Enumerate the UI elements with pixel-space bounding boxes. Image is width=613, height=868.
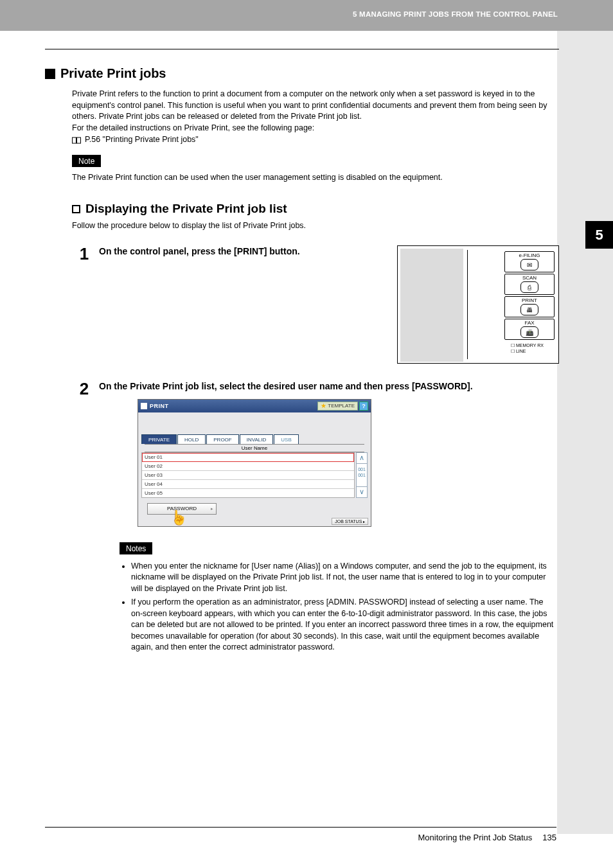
svg-rect-1 xyxy=(77,137,81,143)
star-icon: ★ xyxy=(321,403,326,409)
section-para-2: For the detailed instructions on Private… xyxy=(72,123,559,134)
note-item: When you enter the nickname for [User na… xyxy=(131,561,554,595)
pointing-hand-icon: ☝ xyxy=(170,509,188,526)
right-margin-strip xyxy=(557,31,613,834)
running-header: 5 MANAGING PRINT JOBS FROM THE CONTROL P… xyxy=(353,10,558,18)
rule-bottom xyxy=(45,827,556,828)
rule-top xyxy=(45,49,559,49)
panel-label-print: PRINT xyxy=(505,297,554,303)
svg-rect-0 xyxy=(73,137,76,143)
printer-icon xyxy=(141,403,147,409)
job-status-button[interactable]: JOB STATUS xyxy=(332,518,368,525)
panel-btn-print: PRINT 🖶 xyxy=(504,296,555,317)
footer-text: Monitoring the Print Job Status xyxy=(418,833,533,842)
print-icon: 🖶 xyxy=(520,304,538,315)
section-bullet-icon xyxy=(45,69,55,79)
subsection-text: Follow the procedure below to display th… xyxy=(72,221,559,230)
indicator-memory-rx: MEMORY RX xyxy=(511,343,544,348)
template-button[interactable]: ★TEMPLATE xyxy=(317,402,358,411)
scroll-down-button[interactable]: ∨ xyxy=(356,486,368,498)
column-header-username: User Name xyxy=(145,444,364,452)
tab-private[interactable]: PRIVATE xyxy=(141,434,177,444)
notes-list: When you enter the nickname for [User na… xyxy=(131,561,559,653)
section-title: Private Print jobs xyxy=(60,66,166,81)
scroll-up-button[interactable]: ∧ xyxy=(356,452,368,464)
step-2-text: On the Private Print job list, select th… xyxy=(99,380,559,392)
section-para-1: Private Print refers to the function to … xyxy=(72,89,559,123)
scan-icon: ⎙ xyxy=(520,281,538,293)
step-number-2: 2 xyxy=(78,380,90,526)
template-button-label: TEMPLATE xyxy=(328,403,355,409)
panel-label-fax: FAX xyxy=(505,320,554,326)
screen-title: PRINT xyxy=(150,403,169,409)
help-button[interactable]: ? xyxy=(359,402,368,411)
chapter-tab: 5 xyxy=(585,221,613,249)
panel-label-scan: SCAN xyxy=(505,275,554,281)
user-row[interactable]: User 01 xyxy=(142,453,354,462)
user-row[interactable]: User 02 xyxy=(142,462,354,471)
notes-label: Notes xyxy=(120,542,152,554)
tab-usb[interactable]: USB xyxy=(274,434,298,444)
subsection-bullet-icon xyxy=(72,205,80,213)
step-number-1: 1 xyxy=(78,245,90,374)
panel-btn-fax: FAX 📠 xyxy=(504,319,555,340)
xref-link[interactable]: P.56 "Printing Private Print jobs" xyxy=(85,134,199,146)
indicator-line: LINE xyxy=(511,349,526,353)
section-body: Private Print refers to the function to … xyxy=(72,89,559,146)
efiling-icon: ✉ xyxy=(520,259,538,270)
tab-invalid[interactable]: INVALID xyxy=(240,434,274,444)
page-number: 135 xyxy=(542,833,556,842)
user-list: User 01 User 02 User 03 User 04 User 05 xyxy=(141,452,355,498)
subsection-title: Displaying the Private Print job list xyxy=(85,202,287,216)
page-indicator: 001 001 xyxy=(356,464,368,486)
book-icon xyxy=(72,136,81,143)
note-text: The Private Print function can be used w… xyxy=(72,172,559,183)
panel-label-efiling: e-FILING xyxy=(505,252,554,258)
user-row[interactable]: User 05 xyxy=(142,489,354,497)
control-panel-illustration: e-FILING ✉ SCAN ⎙ PRINT 🖶 FAX 📠 MEMORY R… xyxy=(397,245,559,364)
user-row[interactable]: User 04 xyxy=(142,480,354,489)
tab-proof[interactable]: PROOF xyxy=(206,434,238,444)
panel-btn-scan: SCAN ⎙ xyxy=(504,274,555,295)
note-item: If you perform the operation as an admin… xyxy=(131,597,554,653)
tab-hold[interactable]: HOLD xyxy=(177,434,206,444)
user-row[interactable]: User 03 xyxy=(142,471,354,480)
panel-indicators: MEMORY RX LINE xyxy=(504,343,555,355)
panel-btn-efiling: e-FILING ✉ xyxy=(504,251,555,272)
fax-icon: 📠 xyxy=(520,326,538,338)
print-screen-mockup: PRINT ★TEMPLATE ? PRIVATE HOLD PROOF INV… xyxy=(138,399,371,527)
note-label: Note xyxy=(72,155,101,167)
